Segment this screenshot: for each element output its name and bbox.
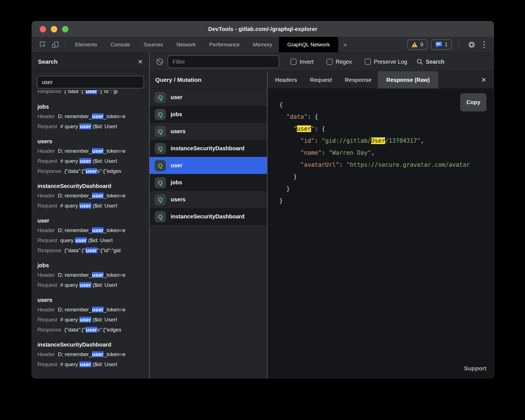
json-token: "data" [286,113,307,120]
result-line[interactable]: HeaderD; remember_user_token=e [37,305,144,315]
search-results-list: Response{"data":{"user":{"id":"gijobsHea… [32,90,149,378]
checkbox-regex[interactable]: Regex [326,59,352,65]
filter-input[interactable] [168,55,279,68]
response-panel-close-icon[interactable]: ✕ [481,77,486,83]
query-list-item[interactable]: QinstanceSecurityDashboard [150,140,267,157]
settings-gear-icon[interactable] [467,40,476,49]
search-icon [417,59,423,65]
tab-elements[interactable]: Elements [68,37,104,52]
checkbox-box[interactable] [290,59,297,65]
more-options-kebab-icon[interactable] [481,41,487,48]
minimize-window-button[interactable] [51,26,57,32]
result-group-title[interactable]: user [37,216,144,225]
json-line: } [279,195,494,207]
result-line-label: Header [37,307,55,312]
json-token [279,125,293,132]
tab-console[interactable]: Console [104,37,137,52]
json-token [279,137,300,144]
result-line-label: Header [37,193,55,199]
tab-network[interactable]: Network [170,37,203,52]
result-line[interactable]: Response{"data":{"users":{"edges [37,166,144,176]
filter-bar: InvertRegexPreserve Log Search [150,52,494,71]
inspect-element-icon[interactable] [39,40,47,49]
search-match-highlight: user [92,148,104,154]
response-tabs: HeadersRequestResponseResponse (Raw)✕ [268,71,494,89]
search-match-highlight: user [92,351,104,357]
filter-search[interactable]: Search [417,59,445,65]
tab-performance[interactable]: Performance [202,37,246,52]
query-list-item[interactable]: Qjobs [150,106,267,123]
issues-badge[interactable]: 1 [431,39,452,50]
result-text: s":{"edges [97,168,121,174]
json-token: "id" [300,137,315,144]
query-list-item[interactable]: QinstanceSecurityDashboard [150,208,267,225]
result-text: _token=e [104,227,126,233]
checkbox-box[interactable] [365,59,371,65]
result-line[interactable]: HeaderD; remember_user_token=e [37,111,144,121]
tab-sources[interactable]: Sources [137,37,170,52]
tab-memory[interactable]: Memory [246,37,279,52]
clear-icon[interactable] [156,58,164,66]
result-text: D; remember_ [58,307,92,312]
result-line[interactable]: Response{"data":{"user":{"id":"gi [37,90,144,96]
result-line[interactable]: Request# query user ($id: UserI [37,121,144,132]
result-line[interactable]: Request# query user ($id: UserI [37,201,144,211]
result-line-label: Header [37,148,55,154]
response-tab-response-raw[interactable]: Response (Raw) [378,71,438,89]
result-group-title[interactable]: users [37,137,144,146]
response-tab-response[interactable]: Response [338,71,378,89]
query-list-item-label: user [171,162,182,169]
result-text: ($id: UserI [91,282,117,288]
maximize-window-button[interactable] [62,26,68,32]
support-link[interactable]: Support [464,362,486,374]
result-line[interactable]: HeaderD; remember_user_token=e [37,146,144,156]
checkbox-box[interactable] [326,59,333,65]
result-group-title[interactable]: instanceSecurityDashboard [37,340,144,349]
result-group-title[interactable]: jobs [37,102,144,111]
result-group-title[interactable]: users [37,295,144,305]
json-line: "id": "gid://gitlab/User/13704317", [279,135,494,147]
json-line: "name": "Warren Day", [279,147,494,159]
checkbox-preserve-log[interactable]: Preserve Log [365,59,407,65]
copy-button[interactable]: Copy [460,93,486,111]
result-line[interactable]: HeaderD; remember_user_token=e [37,270,144,280]
result-line[interactable]: HeaderD; remember_user_token=e [37,349,144,359]
search-match-highlight: user [92,227,104,233]
result-line[interactable]: HeaderD; remember_user_token=e [37,225,144,235]
json-token [279,161,300,168]
result-line[interactable]: Requestquery user ($id: UserI [37,235,144,245]
result-line[interactable]: Request# query user ($id: UserI [37,359,144,369]
traffic-lights [40,21,68,37]
query-list-item[interactable]: Qjobs [150,174,267,191]
result-group-title[interactable]: instanceSecurityDashboard [37,181,144,191]
result-line[interactable]: Response{"data":{"users":{"edges [37,325,144,335]
checkbox-invert[interactable]: Invert [290,59,314,65]
result-line[interactable]: Request# query user ($id: UserI [37,280,144,290]
json-token: /13704317" [385,137,420,144]
tab-graphql-network[interactable]: GraphQL Network [279,37,338,52]
main-area: Search ✕ Response{"data":{"user":{"id":"… [32,52,494,378]
query-list-item[interactable]: Qusers [150,191,267,208]
response-tab-request[interactable]: Request [304,71,338,89]
result-line[interactable]: HeaderD; remember_user_token=e [37,191,144,201]
query-list-item[interactable]: Quser [150,157,267,174]
result-text: ":{"id":"gi [97,90,118,94]
more-tabs-chevron[interactable]: » [338,41,352,49]
query-list-item[interactable]: Quser [150,89,267,106]
search-input[interactable] [37,76,144,89]
result-line[interactable]: Request# query user ($id: UserI [37,156,144,166]
query-list-item[interactable]: Qusers [150,123,267,140]
result-group-title[interactable]: jobs [37,261,144,270]
json-token [279,113,286,120]
result-line[interactable]: Request# query user ($id: UserI [37,315,144,325]
warnings-badge[interactable]: 9 [407,39,428,50]
result-text: D; remember_ [58,351,92,357]
response-tab-headers[interactable]: Headers [269,71,304,89]
close-window-button[interactable] [40,26,46,32]
result-line[interactable]: Response{"data":{"user":{"id":"gid [37,245,144,256]
search-panel-close-icon[interactable]: ✕ [138,59,143,65]
result-line-label: Response [37,247,61,253]
json-match-highlight: User [371,137,385,144]
result-text: _token=e [104,351,126,357]
device-toolbar-icon[interactable] [51,40,59,49]
